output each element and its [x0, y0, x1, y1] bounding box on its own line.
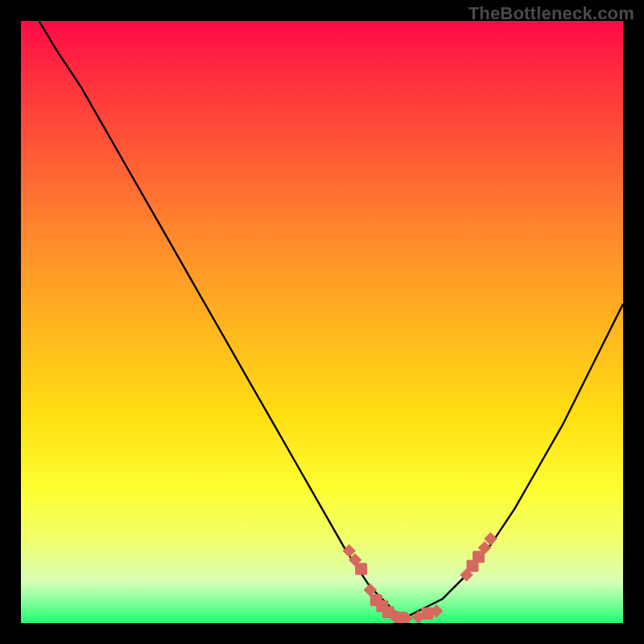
chart-svg: [21, 21, 623, 623]
curve-marker: [421, 608, 433, 620]
bottleneck-curve: [39, 21, 623, 617]
watermark-text: TheBottleneck.com: [469, 3, 634, 24]
chart-plot-area: [21, 21, 623, 623]
curve-marker: [355, 563, 367, 575]
curve-group: [39, 21, 623, 617]
